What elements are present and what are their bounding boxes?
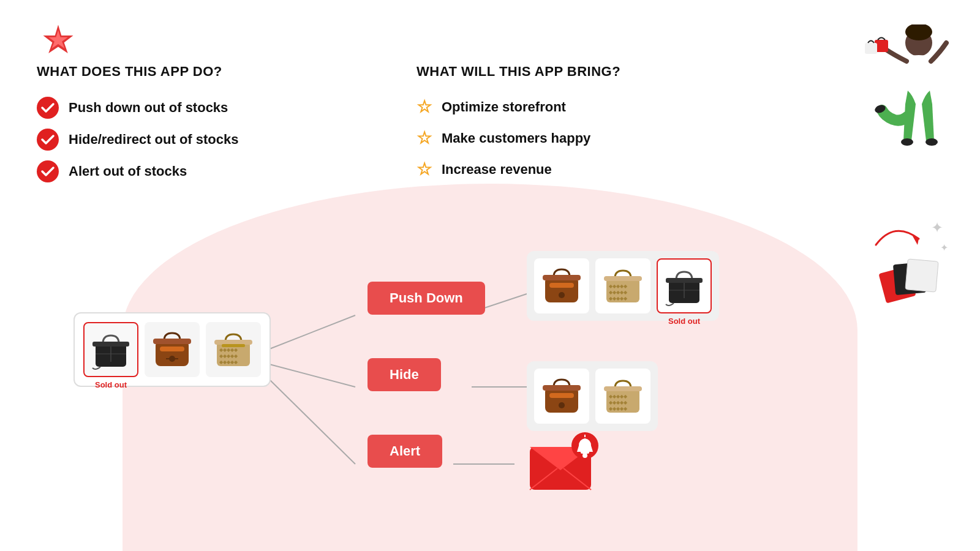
brown-bag-1-icon [151,328,194,371]
source-product-3: ◆◆◆◆◆ ◆◆◆◆◆ ◆◆◆◆◆ [206,322,261,377]
push-down-button[interactable]: Push Down [368,282,485,315]
svg-text:◆◆◆◆◆: ◆◆◆◆◆ [609,406,628,411]
feature-label-1: Push down out of stocks [69,100,228,116]
source-product-1-soldout: Sold out [83,322,138,377]
brown-bag-2-icon: ◆◆◆◆◆ ◆◆◆◆◆ ◆◆◆◆◆ [212,328,255,371]
svg-point-42 [559,292,565,298]
svg-text:◆◆◆◆◆: ◆◆◆◆◆ [609,296,628,301]
result-hide-product-1 [534,369,589,424]
svg-text:◆◆◆◆◆: ◆◆◆◆◆ [609,290,628,295]
svg-point-66 [582,453,587,458]
svg-rect-44 [604,276,642,281]
check-icon-2 [37,129,59,151]
diagram-area: Sold out ◆◆◆◆◆ ◆◆◆◆◆ ◆◆◆◆◆ [37,245,943,539]
svg-text:◆◆◆◆◆: ◆◆◆◆◆ [609,400,628,405]
sold-out-label-left: Sold out [95,380,127,389]
alert-result-icon [527,429,606,504]
svg-line-22 [270,380,355,464]
svg-point-3 [37,129,59,151]
feature-label-2: Hide/redirect out of stocks [69,132,239,148]
left-section-title: WHAT DOES THIS APP DO? [37,64,417,80]
svg-line-20 [270,364,355,387]
feature-label-3: Alert out of stocks [69,163,187,179]
benefit-label-1: Optimize storefront [442,99,566,115]
svg-text:◆◆◆◆◆: ◆◆◆◆◆ [609,394,628,399]
header-columns: WHAT DOES THIS APP DO? Push down out of … [37,64,943,182]
svg-rect-30 [160,347,184,351]
black-bag-icon [89,328,132,371]
svg-line-18 [270,315,355,349]
svg-point-4 [37,160,59,182]
decorative-character [851,24,949,168]
svg-rect-41 [549,283,574,288]
star-icon-2: ☆ [417,128,432,148]
svg-rect-29 [153,339,191,344]
svg-text:◆◆◆◆◆: ◆◆◆◆◆ [219,347,238,353]
svg-text:◆◆◆◆◆: ◆◆◆◆◆ [219,359,238,365]
decorative-bars: ✦ ✦ [864,208,956,309]
benefit-label-3: Increase revenue [442,162,552,178]
svg-point-7 [901,138,913,146]
app-logo [37,18,80,61]
feature-item-2: Hide/redirect out of stocks [37,129,417,151]
svg-rect-34 [214,340,252,345]
check-icon-1 [37,97,59,119]
svg-rect-54 [549,393,574,398]
feature-item-1: Push down out of stocks [37,97,417,119]
svg-rect-39 [545,277,578,302]
result-group-hide: ◆◆◆◆◆ ◆◆◆◆◆ ◆◆◆◆◆ [527,361,658,431]
svg-rect-52 [545,387,578,413]
svg-rect-25 [92,342,129,347]
source-product-2 [145,322,200,377]
svg-rect-38 [222,344,245,347]
alert-button[interactable]: Alert [368,435,442,468]
result-hide-product-2: ◆◆◆◆◆ ◆◆◆◆◆ ◆◆◆◆◆ [595,369,650,424]
svg-rect-28 [156,340,189,366]
svg-rect-49 [666,278,703,283]
svg-point-8 [925,138,938,146]
result-product-3-soldout: Sold out [657,258,712,313]
svg-rect-14 [905,259,938,292]
benefit-label-2: Make customers happy [442,130,590,146]
svg-point-55 [559,402,565,408]
diagram-lines [37,245,943,539]
svg-text:◆◆◆◆◆: ◆◆◆◆◆ [609,283,628,289]
svg-text:✦: ✦ [931,219,943,236]
sold-out-label-right: Sold out [668,317,700,326]
source-product-group: Sold out ◆◆◆◆◆ ◆◆◆◆◆ ◆◆◆◆◆ [74,312,271,387]
svg-text:◆◆◆◆◆: ◆◆◆◆◆ [219,353,238,359]
result-product-1 [534,258,589,313]
svg-rect-40 [543,275,581,280]
svg-rect-10 [865,43,877,54]
check-icon-3 [37,160,59,182]
star-icon-3: ☆ [417,159,432,179]
feature-item-3: Alert out of stocks [37,160,417,182]
feature-list: Push down out of stocks Hide/redirect ou… [37,97,417,182]
hide-button[interactable]: Hide [368,358,441,391]
svg-rect-57 [604,386,642,391]
star-icon-1: ☆ [417,97,432,117]
svg-point-2 [37,97,59,119]
svg-rect-53 [543,385,581,391]
result-group-push-down: ◆◆◆◆◆ ◆◆◆◆◆ ◆◆◆◆◆ Sold out [527,251,719,321]
svg-text:✦: ✦ [940,242,948,253]
result-product-2: ◆◆◆◆◆ ◆◆◆◆◆ ◆◆◆◆◆ [595,258,650,313]
left-section: WHAT DOES THIS APP DO? Push down out of … [37,64,417,182]
